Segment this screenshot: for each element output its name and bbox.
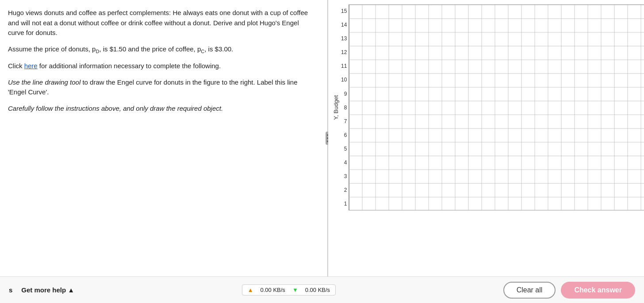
sub-D: D (96, 49, 99, 54)
footer-s-label: s (9, 286, 12, 294)
paragraph-4-em: Use the line drawing tool (8, 78, 80, 86)
y-tick-11: 11 (341, 59, 347, 73)
chart-grid-svg[interactable] (349, 4, 644, 210)
network-badge: ▲ 0.00 KB/s ▼ 0.00 KB/s (242, 284, 336, 295)
y-tick-5: 5 (341, 142, 347, 155)
y-tick-13: 13 (341, 32, 347, 45)
y-tick-10: 10 (341, 73, 347, 86)
chart-container: Y, Budget 123456789101112131415 (333, 4, 644, 210)
net-down-icon: ▼ (292, 287, 298, 293)
y-tick-12: 12 (341, 46, 347, 59)
here-link[interactable]: here (24, 62, 38, 70)
paragraph-2: Assume the price of donuts, pD, is $1.50… (8, 44, 317, 55)
left-panel: Hugo views donuts and coffee as perfect … (0, 0, 327, 276)
footer-right: Clear all Check answer (503, 282, 635, 299)
y-tick-9: 9 (341, 87, 347, 101)
paragraph-1: Hugo views donuts and coffee as perfect … (8, 8, 317, 38)
y-tick-7: 7 (341, 115, 347, 128)
clear-all-button[interactable]: Clear all (503, 282, 556, 299)
chart-grid-area: 123456789101112131415 (341, 4, 644, 210)
get-more-help-button[interactable]: Get more help ▲ (21, 286, 74, 294)
footer-left: s Get more help ▲ (9, 286, 74, 294)
net-up-icon: ▲ (248, 287, 253, 293)
y-tick-4: 4 (341, 156, 347, 169)
paragraph-3: Click here for additional information ne… (8, 61, 317, 71)
y-tick-1: 1 (341, 197, 347, 210)
chart-inner: 123456789101112131415 (341, 4, 644, 210)
y-ticks: 123456789101112131415 (341, 4, 347, 210)
footer-bar: s Get more help ▲ ▲ 0.00 KB/s ▼ 0.00 KB/… (0, 276, 644, 303)
y-tick-14: 14 (341, 18, 347, 31)
net-download-speed: 0.00 KB/s (305, 287, 330, 293)
main-content: Hugo views donuts and coffee as perfect … (0, 0, 644, 276)
sub-C: C (201, 49, 204, 54)
paragraph-5: Carefully follow the instructions above,… (8, 104, 317, 114)
get-more-help-label: Get more help (21, 286, 66, 294)
y-tick-8: 8 (341, 101, 347, 114)
y-tick-15: 15 (341, 4, 347, 18)
get-more-arrow-icon: ▲ (68, 286, 74, 294)
y-tick-6: 6 (341, 128, 347, 142)
chart-area[interactable]: Y, Budget 123456789101112131415 (328, 0, 644, 276)
net-upload-speed: 0.00 KB/s (261, 287, 285, 293)
right-panel: Y, Budget 123456789101112131415 (328, 0, 644, 276)
paragraph-4: Use the line drawing tool to draw the En… (8, 78, 317, 97)
check-answer-button[interactable]: Check answer (561, 282, 635, 299)
paragraph-5-em: Carefully follow the instructions above,… (8, 105, 223, 112)
y-tick-2: 2 (341, 183, 347, 197)
y-tick-3: 3 (341, 170, 347, 183)
y-axis-label: Y, Budget (333, 95, 339, 120)
footer-center: ▲ 0.00 KB/s ▼ 0.00 KB/s (242, 284, 336, 295)
